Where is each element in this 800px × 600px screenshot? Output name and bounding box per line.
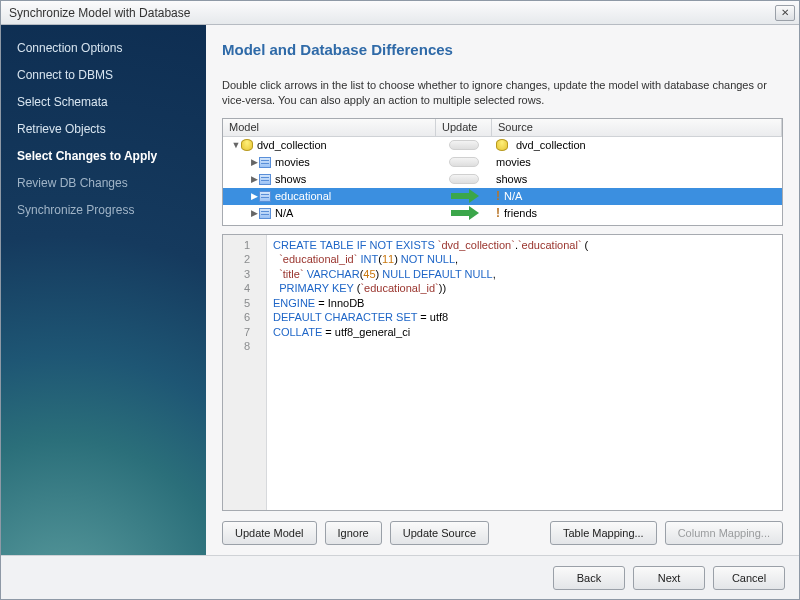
source-name: N/A xyxy=(504,190,522,202)
update-source-button[interactable]: Update Source xyxy=(390,521,489,545)
model-name: movies xyxy=(275,156,310,168)
source-name: friends xyxy=(504,207,537,219)
database-icon xyxy=(496,139,508,151)
model-name: educational xyxy=(275,190,331,202)
wizard-window: Synchronize Model with Database ✕ Connec… xyxy=(0,0,800,600)
close-icon: ✕ xyxy=(781,7,789,18)
arrow-neutral-icon[interactable] xyxy=(449,157,479,167)
wizard-footer: Back Next Cancel xyxy=(1,555,799,599)
column-mapping-button[interactable]: Column Mapping... xyxy=(665,521,783,545)
window-title: Synchronize Model with Database xyxy=(5,6,775,20)
title-bar[interactable]: Synchronize Model with Database ✕ xyxy=(1,1,799,25)
wizard-step[interactable]: Review DB Changes xyxy=(1,170,206,197)
cancel-button[interactable]: Cancel xyxy=(713,566,785,590)
back-button[interactable]: Back xyxy=(553,566,625,590)
page-heading: Model and Database Differences xyxy=(222,41,783,58)
diff-tree-row[interactable]: ▶N/A!friends xyxy=(223,205,782,222)
source-name: dvd_collection xyxy=(516,139,586,151)
column-header-source[interactable]: Source xyxy=(492,119,782,136)
column-header-model[interactable]: Model xyxy=(223,119,436,136)
warning-icon: ! xyxy=(496,207,500,219)
sql-preview[interactable]: 12345678 CREATE TABLE IF NOT EXISTS `dvd… xyxy=(222,234,783,511)
source-name: movies xyxy=(496,156,531,168)
expand-icon[interactable]: ▶ xyxy=(249,191,259,201)
table-icon xyxy=(259,208,271,219)
diff-tree-row[interactable]: ▼dvd_collectiondvd_collection xyxy=(223,137,782,154)
table-icon xyxy=(259,191,271,202)
model-name: shows xyxy=(275,173,306,185)
wizard-step[interactable]: Select Changes to Apply xyxy=(1,143,206,170)
wizard-step[interactable]: Synchronize Progress xyxy=(1,197,206,224)
arrow-right-icon[interactable] xyxy=(449,191,479,201)
wizard-step[interactable]: Connection Options xyxy=(1,35,206,62)
model-name: N/A xyxy=(275,207,293,219)
diff-tree[interactable]: Model Update Source ▼dvd_collectiondvd_c… xyxy=(222,118,783,226)
update-model-button[interactable]: Update Model xyxy=(222,521,317,545)
ignore-button[interactable]: Ignore xyxy=(325,521,382,545)
sql-code[interactable]: CREATE TABLE IF NOT EXISTS `dvd_collecti… xyxy=(267,235,594,510)
arrow-neutral-icon[interactable] xyxy=(449,174,479,184)
action-button-row: Update Model Ignore Update Source Table … xyxy=(222,521,783,545)
diff-tree-row[interactable]: ▶showsshows xyxy=(223,171,782,188)
expand-icon[interactable]: ▶ xyxy=(249,208,259,218)
table-mapping-button[interactable]: Table Mapping... xyxy=(550,521,657,545)
next-button[interactable]: Next xyxy=(633,566,705,590)
wizard-step[interactable]: Retrieve Objects xyxy=(1,116,206,143)
table-icon xyxy=(259,174,271,185)
diff-tree-row[interactable]: ▶moviesmovies xyxy=(223,154,782,171)
wizard-body: Connection OptionsConnect to DBMSSelect … xyxy=(1,25,799,555)
spacer xyxy=(497,521,542,545)
database-icon xyxy=(241,139,253,151)
wizard-steps-sidebar: Connection OptionsConnect to DBMSSelect … xyxy=(1,25,206,555)
diff-tree-header: Model Update Source xyxy=(223,119,782,137)
arrow-neutral-icon[interactable] xyxy=(449,140,479,150)
sql-gutter: 12345678 xyxy=(223,235,267,510)
expand-icon[interactable]: ▶ xyxy=(249,174,259,184)
source-name: shows xyxy=(496,173,527,185)
wizard-step[interactable]: Connect to DBMS xyxy=(1,62,206,89)
collapse-icon[interactable]: ▼ xyxy=(231,140,241,150)
expand-icon[interactable]: ▶ xyxy=(249,157,259,167)
diff-tree-body: ▼dvd_collectiondvd_collection▶moviesmovi… xyxy=(223,137,782,222)
model-name: dvd_collection xyxy=(257,139,327,151)
wizard-step[interactable]: Select Schemata xyxy=(1,89,206,116)
arrow-right-icon[interactable] xyxy=(449,208,479,218)
diff-tree-row[interactable]: ▶educational!N/A xyxy=(223,188,782,205)
main-panel: Model and Database Differences Double cl… xyxy=(206,25,799,555)
page-description: Double click arrows in the list to choos… xyxy=(222,78,783,108)
table-icon xyxy=(259,157,271,168)
column-header-update[interactable]: Update xyxy=(436,119,492,136)
warning-icon: ! xyxy=(496,190,500,202)
close-button[interactable]: ✕ xyxy=(775,5,795,21)
